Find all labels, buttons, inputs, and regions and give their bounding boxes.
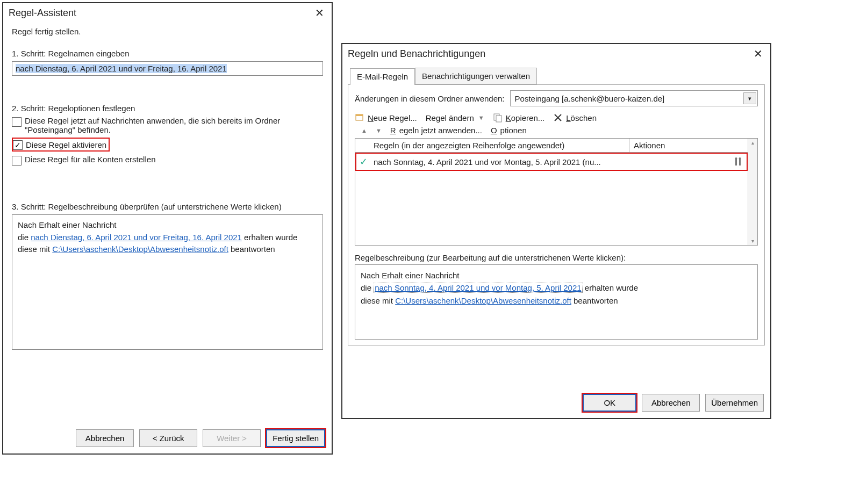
- chevron-down-icon: [478, 114, 484, 121]
- delete-rule-button[interactable]: Löschen: [553, 113, 597, 123]
- option-apply-now-row[interactable]: Diese Regel jetzt auf Nachrichten anwend…: [12, 116, 323, 134]
- rules-notifications-dialog: Regeln und Benachrichtigungen ✕ E-Mail-R…: [341, 43, 771, 419]
- instruction-text: Regel fertig stellen.: [12, 27, 323, 36]
- option-all-accounts-row[interactable]: Diese Regel für alle Konten erstellen: [12, 155, 323, 165]
- copy-rule-button[interactable]: Kopieren...: [493, 113, 545, 123]
- d-line2: die nach Sonntag, 4. April 2021 und vor …: [361, 282, 752, 294]
- copy-icon: [493, 113, 503, 123]
- col-actions: Aktionen: [629, 139, 748, 152]
- rules-panel: Änderungen in diesem Ordner anwenden: Po…: [348, 84, 765, 345]
- dialog-title: Regeln und Benachrichtigungen: [348, 48, 485, 60]
- rule-desc-label: Regelbeschreibung (zur Bearbeitung auf d…: [355, 253, 758, 262]
- col-rules: Regeln (in der angezeigten Reihenfolge a…: [355, 139, 629, 152]
- change-rule-button[interactable]: Regel ändern: [426, 113, 484, 123]
- rules-list-header: Regeln (in der angezeigten Reihenfolge a…: [355, 139, 748, 153]
- tab-strip: E-Mail-Regeln Benachrichtigungen verwalt…: [350, 68, 765, 84]
- new-rule-icon: [355, 113, 364, 123]
- step2-label: 2. Schritt: Regeloptionen festlegen: [12, 104, 323, 113]
- new-rule-button[interactable]: NNeue Regel...eue Regel...: [355, 113, 417, 123]
- scroll-up-icon[interactable]: ▴: [751, 140, 754, 146]
- check-icon[interactable]: ✓: [360, 156, 370, 168]
- rules-toolbar-2: Regeln jetzt anwenden... Optionen: [361, 126, 758, 135]
- svg-point-9: [739, 157, 741, 160]
- checkbox-icon[interactable]: [12, 117, 22, 127]
- apply-folder-row: Änderungen in diesem Ordner anwenden: Po…: [355, 90, 758, 106]
- checkbox-icon[interactable]: [12, 156, 22, 165]
- wizard-button-row: Abbrechen < Zurück Weiter > Fertig stell…: [3, 429, 332, 447]
- svg-rect-3: [496, 116, 501, 122]
- template-path-link[interactable]: C:\Users\aschenk\Desktop\Abwesenheitsnot…: [395, 296, 571, 305]
- ok-button[interactable]: OK: [583, 394, 636, 412]
- apply-folder-label: Änderungen in diesem Ordner anwenden:: [355, 94, 505, 103]
- rule-name-value: nach Dienstag, 6. April 2021 und vor Fre…: [16, 64, 227, 73]
- finish-button[interactable]: Fertig stellen: [266, 429, 325, 447]
- tab-notifications[interactable]: Benachrichtigungen verwalten: [415, 68, 537, 84]
- delete-icon: [553, 113, 563, 123]
- step1-label: 1. Schritt: Regelnamen eingeben: [12, 49, 323, 58]
- tab-email-rules[interactable]: E-Mail-Regeln: [350, 68, 415, 85]
- titlebar: Regel-Assistent ✕: [3, 3, 332, 21]
- rule-action-icons: [722, 157, 743, 167]
- d-line1: Nach Erhalt einer Nachricht: [361, 269, 752, 282]
- dialog-button-row: OK Abbrechen Übernehmen: [583, 394, 764, 412]
- chevron-down-icon[interactable]: ▾: [743, 92, 756, 104]
- rule-row[interactable]: ✓ nach Sonntag, 4. April 2021 und vor Mo…: [355, 153, 748, 171]
- folder-combo-value: Posteingang [a.schenk@buero-kaizen.de]: [515, 94, 665, 103]
- desc-line2: die nach Dienstag, 6. April 2021 und vor…: [18, 232, 317, 244]
- svg-point-8: [735, 157, 737, 160]
- cancel-button[interactable]: Abbrechen: [642, 394, 700, 412]
- rules-list: Regeln (in der angezeigten Reihenfolge a…: [355, 138, 758, 246]
- close-icon[interactable]: ✕: [751, 47, 765, 60]
- rule-desc-box: Nach Erhalt einer Nachricht die nach Son…: [355, 264, 758, 340]
- rule-name: nach Sonntag, 4. April 2021 und vor Mont…: [374, 157, 719, 167]
- rule-name-input[interactable]: nach Dienstag, 6. April 2021 und vor Fre…: [12, 61, 323, 76]
- options-button[interactable]: Optionen: [491, 126, 527, 135]
- desc-line1: Nach Erhalt einer Nachricht: [18, 219, 317, 232]
- date-range-link[interactable]: nach Dienstag, 6. April 2021 und vor Fre…: [31, 233, 242, 242]
- checkbox-icon[interactable]: [13, 140, 23, 150]
- scroll-down-icon[interactable]: ▾: [751, 238, 754, 244]
- option-activate-label: Diese Regel aktivieren: [26, 140, 106, 149]
- desc-line3: diese mit C:\Users\aschenk\Desktop\Abwes…: [18, 243, 317, 256]
- template-path-link[interactable]: C:\Users\aschenk\Desktop\Abwesenheitsnot…: [52, 244, 228, 254]
- svg-rect-1: [356, 114, 363, 116]
- close-icon[interactable]: ✕: [313, 6, 326, 19]
- move-down-icon[interactable]: [376, 127, 382, 134]
- rule-description-box: Nach Erhalt einer Nachricht die nach Die…: [12, 214, 323, 350]
- date-range-link[interactable]: nach Sonntag, 4. April 2021 und vor Mont…: [375, 283, 581, 292]
- rules-toolbar: NNeue Regel...eue Regel... Regel ändern …: [355, 113, 758, 123]
- dialog-title: Regel-Assistent: [9, 8, 76, 19]
- tools-icon: [734, 157, 743, 167]
- cancel-button[interactable]: Abbrechen: [76, 429, 134, 447]
- next-button: Weiter >: [203, 429, 261, 447]
- run-rules-button[interactable]: Regeln jetzt anwenden...: [390, 126, 482, 135]
- option-all-accounts-label: Diese Regel für alle Konten erstellen: [25, 155, 155, 164]
- option-apply-now-label: Diese Regel jetzt auf Nachrichten anwend…: [25, 116, 315, 134]
- option-activate-row[interactable]: Diese Regel aktivieren: [12, 138, 110, 152]
- d-line3: diese mit C:\Users\aschenk\Desktop\Abwes…: [361, 294, 752, 307]
- step3-label: 3. Schritt: Regelbeschreibung überprüfen…: [12, 202, 323, 211]
- apply-button[interactable]: Übernehmen: [705, 394, 764, 412]
- scrollbar[interactable]: ▴ ▾: [748, 139, 757, 245]
- back-button[interactable]: < Zurück: [139, 429, 197, 447]
- folder-combo[interactable]: Posteingang [a.schenk@buero-kaizen.de] ▾: [510, 90, 758, 106]
- rule-wizard-dialog: Regel-Assistent ✕ Regel fertig stellen. …: [2, 2, 333, 455]
- titlebar: Regeln und Benachrichtigungen ✕: [342, 44, 770, 62]
- move-up-icon[interactable]: [361, 127, 367, 134]
